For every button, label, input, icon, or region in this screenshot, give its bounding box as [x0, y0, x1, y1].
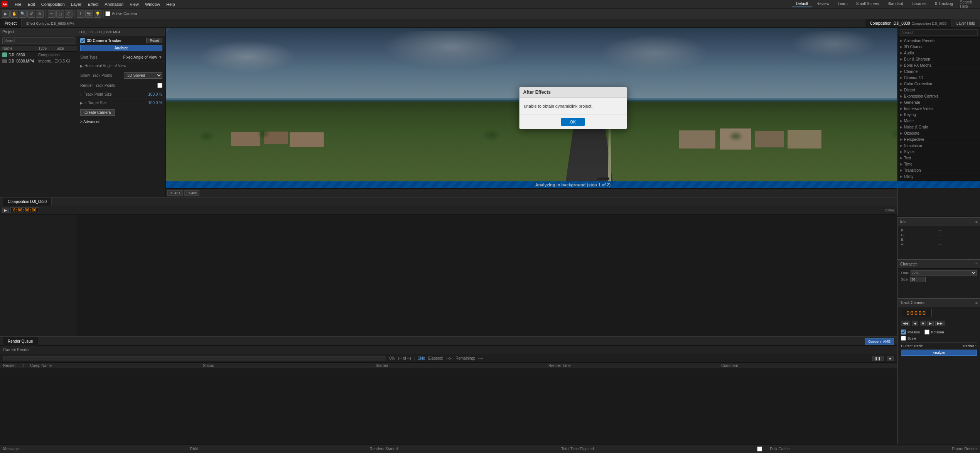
top-menubar: Ae File Edit Composition Layer Effect An… [0, 0, 980, 8]
render-track-points-label: Render Track Points [80, 83, 157, 88]
track-scale-cb[interactable] [901, 336, 906, 341]
create-camera-button[interactable]: Create Camera [80, 109, 115, 116]
col-render-time: Render Time [548, 363, 721, 368]
shot-type-value: Fixed Angle of View [123, 55, 157, 59]
timeline-header: Composition DJI_0830 [0, 198, 897, 206]
project-row-comp[interactable]: DJI_0830 Composition [0, 52, 77, 58]
menu-layer[interactable]: Layer [68, 1, 85, 7]
project-search-input[interactable] [2, 37, 74, 44]
workspace-tab-learn[interactable]: Learn [834, 1, 852, 7]
track-point-size-value[interactable]: 100.0 % [148, 92, 162, 96]
track-analyze-btn[interactable]: Analyze [901, 350, 977, 356]
menu-composition[interactable]: Composition [38, 1, 68, 7]
menu-help[interactable]: Help [163, 1, 178, 7]
toolbar: ▶ ✋ 🔍 ↺ ⊕ ✏ ◻ ⬡ T 📷 💡 Active Camera [0, 8, 980, 19]
analyze-button[interactable]: Analyze [80, 45, 162, 51]
time-display-row: 00000 [898, 307, 980, 319]
tab-project[interactable]: Project [0, 19, 22, 27]
dialog-box: After Effects unable to obtain dynamicli… [519, 87, 627, 129]
tool-zoom[interactable]: 🔍 [19, 10, 27, 18]
tool-pen[interactable]: ✏ [48, 10, 56, 18]
menu-effect[interactable]: Effect [84, 1, 101, 7]
track-step-fwd-btn[interactable]: ▶ [927, 321, 934, 326]
app-icon: Ae [2, 1, 8, 7]
menu-window[interactable]: Window [142, 1, 163, 7]
col-render: Render [3, 363, 22, 368]
add-to-render-queue-btn[interactable]: Queue in AME [865, 338, 894, 345]
track-camera-menu[interactable]: ≡ [975, 301, 978, 305]
pause-render-btn[interactable]: ❚❚ [872, 356, 884, 361]
track-rotation-cb[interactable] [924, 330, 929, 335]
tool-rotate[interactable]: ↺ [27, 10, 35, 18]
disk-cache-toggle[interactable] [757, 446, 762, 451]
character-panel: Character ≡ Font: Arial Size: [897, 259, 980, 298]
menu-view[interactable]: View [127, 1, 142, 7]
timeline-comp-tab[interactable]: Composition DJI_0830 [3, 198, 52, 206]
font-size-input[interactable] [910, 277, 926, 282]
track-play-btn[interactable]: ◀◀ [901, 321, 910, 326]
reset-button[interactable]: Reset [146, 38, 162, 43]
target-size-label: Target Size [88, 101, 107, 105]
track-position-cb[interactable] [901, 330, 906, 335]
info-r-label: R: [901, 228, 939, 232]
render-queue-tab[interactable]: Render Queue [3, 337, 38, 346]
track-camera-panel: Track Camera ≡ 00000 ◀◀ ◀ ■ ▶ ▶▶ Positio… [897, 298, 980, 445]
tool-anchor[interactable]: ⊕ [36, 10, 44, 18]
advanced-label[interactable]: > Advanced [80, 120, 101, 124]
timeline-play-btn[interactable]: ▶ [2, 208, 9, 213]
horizontal-angle-row[interactable]: ▶ Horizontal Angle of View [77, 62, 165, 70]
tracking-settings: Position Rotation Scale Current Track: T… [898, 328, 980, 357]
workspace-tab-standard[interactable]: Standard [884, 1, 907, 7]
track-scale-label: Scale [907, 336, 916, 340]
search-help[interactable]: Search Help [957, 0, 980, 8]
workspace-tab-smallscreen[interactable]: Small Screen [852, 1, 883, 7]
track-stop-btn[interactable]: ■ [920, 321, 926, 326]
tab-effect-controls[interactable]: Effect Controls: DJI_0830.MP4 [22, 19, 79, 27]
track-end-btn[interactable]: ▶▶ [935, 321, 945, 326]
tab-composition[interactable]: Composition: DJI_0830 Composition DJI_08… [865, 19, 952, 27]
skip-btn[interactable]: Skip [418, 356, 425, 360]
menu-edit[interactable]: Edit [25, 1, 38, 7]
tab-layer-hint[interactable]: Layer Help [952, 19, 980, 27]
timeline-ruler[interactable] [77, 215, 897, 336]
track-current-track-value: Tracker 1 [962, 344, 977, 348]
target-size-value[interactable]: 100.0 % [148, 101, 162, 105]
stop-render-btn[interactable]: ■ [887, 356, 894, 361]
menu-file[interactable]: File [12, 1, 25, 7]
snapping-toggle[interactable]: Active Camera [105, 11, 137, 16]
advanced-row[interactable]: > Advanced [77, 118, 165, 125]
tool-text[interactable]: T [77, 10, 84, 18]
workspace-tab-default[interactable]: Default [792, 1, 812, 7]
track-step-back-btn[interactable]: ◀ [912, 321, 918, 326]
timeline-time-display[interactable]: 0:00:00:00 [10, 207, 39, 213]
workspace-tab-libraries[interactable]: Libraries [908, 1, 930, 7]
font-label: Font: [901, 271, 909, 275]
tool-shape[interactable]: ⬡ [65, 10, 73, 18]
menu-animation[interactable]: Animation [101, 1, 127, 7]
viewer-frame-end[interactable]: 0:0486 [184, 190, 200, 196]
time-display[interactable]: 00000 [901, 309, 932, 317]
create-camera-row: Create Camera [77, 107, 165, 118]
render-track-points-checkbox[interactable] [157, 83, 162, 88]
project-table-header: Name Type Size [0, 46, 77, 52]
character-panel-menu[interactable]: ≡ [975, 262, 978, 266]
tool-mask[interactable]: ◻ [56, 10, 64, 18]
show-track-points-row: Show Track Points 3D Solved [77, 70, 165, 81]
timeline-duration: 0:0toc [885, 208, 895, 212]
tool-light[interactable]: 💡 [94, 10, 101, 18]
workspace-tab-review[interactable]: Review [813, 1, 833, 7]
dialog-ok-button[interactable]: OK [561, 118, 585, 126]
tool-hand[interactable]: ✋ [10, 10, 18, 18]
tool-select[interactable]: ▶ [2, 10, 10, 18]
info-panel-menu[interactable]: ≡ [975, 220, 978, 224]
viewer-frame-start[interactable]: 0:0481 [167, 190, 183, 196]
project-row-file[interactable]: DJI_0830.MP4 Importe...EX 3.5 Gi [0, 58, 77, 64]
elapsed-value: --:-- [446, 356, 452, 360]
font-select[interactable]: Arial [911, 270, 977, 276]
file-icon [2, 59, 7, 63]
info-b-label: B: [901, 238, 939, 242]
tool-camera[interactable]: 📷 [85, 10, 93, 18]
workspace-tab-0tracking[interactable]: 0-Tracking [931, 1, 957, 7]
show-track-points-select[interactable]: 3D Solved [124, 72, 162, 79]
effect-enable-checkbox[interactable] [80, 38, 85, 43]
